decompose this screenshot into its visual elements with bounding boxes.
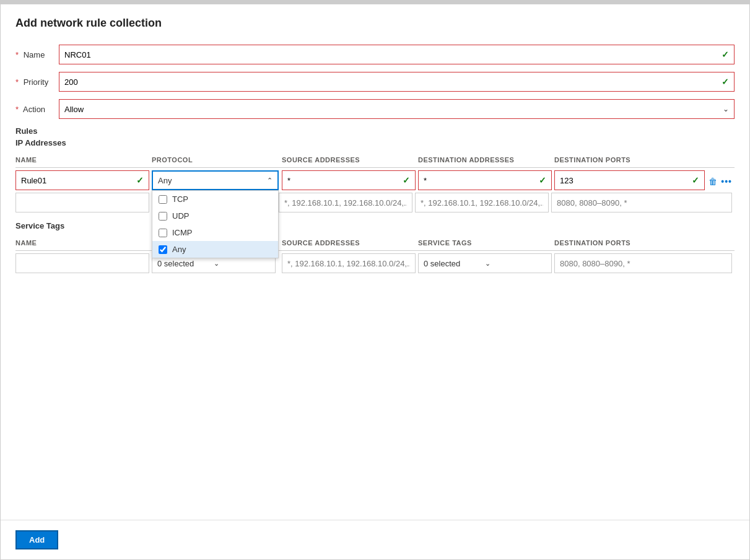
ip-row-dest-addr-cell: ✓ bbox=[418, 170, 554, 190]
ip-row-dest-addr-check-icon: ✓ bbox=[539, 175, 546, 185]
more-options-icon[interactable]: ••• bbox=[721, 177, 732, 186]
action-select-wrapper: Allow Deny ⌄ bbox=[59, 99, 735, 119]
ip-empty-dest-ports-input-wrapper bbox=[551, 193, 732, 212]
ip-row-source-cell: ✓ bbox=[282, 170, 418, 190]
protocol-selected-value: Any bbox=[158, 176, 172, 185]
ip-row-source-input[interactable] bbox=[287, 176, 398, 185]
st-row-dest-ports-input-wrapper bbox=[554, 253, 732, 273]
page-container: Add network rule collection * Name ✓ * P… bbox=[0, 0, 750, 560]
st-col-header-svc-tags: SERVICE TAGS bbox=[418, 239, 554, 247]
priority-input[interactable] bbox=[64, 77, 717, 87]
ip-row-name-cell: ✓ bbox=[15, 170, 152, 190]
name-label: * Name bbox=[15, 50, 59, 59]
st-row-protocol-arrow-icon: ⌄ bbox=[214, 260, 270, 268]
ip-empty-dest-ports-input[interactable] bbox=[557, 198, 726, 208]
st-col-header-name: NAME bbox=[15, 239, 152, 247]
col-header-dest-ports: DESTINATION PORTS bbox=[554, 156, 735, 164]
col-header-name: NAME bbox=[15, 156, 152, 164]
ip-empty-name-cell bbox=[15, 193, 152, 212]
st-row-dest-ports-cell bbox=[554, 253, 735, 273]
ip-addresses-label: IP Addresses bbox=[15, 138, 735, 147]
protocol-checkbox-udp[interactable] bbox=[159, 212, 167, 221]
ip-row-source-input-wrapper: ✓ bbox=[282, 170, 416, 190]
protocol-trigger[interactable]: Any ⌃ bbox=[152, 170, 279, 190]
protocol-arrow-icon: ⌃ bbox=[267, 177, 273, 185]
protocol-menu: TCP UDP ICMP Any bbox=[152, 190, 279, 258]
st-table-header: NAME PROTOCOL SOURCE ADDRESSES SERVICE T… bbox=[15, 235, 735, 251]
priority-field-row: * Priority ✓ bbox=[15, 72, 735, 92]
name-required-star: * bbox=[15, 50, 19, 59]
rules-section-label: Rules bbox=[15, 126, 735, 136]
ip-empty-name-input[interactable] bbox=[21, 198, 144, 208]
ip-empty-source-cell bbox=[279, 193, 415, 212]
ip-row-dest-ports-input-wrapper: ✓ bbox=[554, 170, 705, 190]
protocol-item-icmp[interactable]: ICMP bbox=[152, 224, 278, 241]
st-row-dest-ports-input[interactable] bbox=[560, 259, 726, 268]
ip-row-name-check-icon: ✓ bbox=[136, 175, 144, 185]
protocol-checkbox-icmp[interactable] bbox=[159, 229, 167, 237]
protocol-label-any: Any bbox=[172, 245, 186, 254]
delete-row-icon[interactable]: 🗑 bbox=[709, 177, 717, 186]
ip-table-row: ✓ Any ⌃ TCP bbox=[15, 170, 735, 190]
ip-row-action-icons: 🗑 ••• bbox=[705, 174, 732, 186]
st-row-svc-tags-dropdown[interactable]: 0 selected ⌄ bbox=[418, 253, 552, 273]
col-header-protocol: PROTOCOL bbox=[152, 156, 282, 164]
content-area: Add network rule collection * Name ✓ * P… bbox=[1, 4, 749, 520]
action-label: * Action bbox=[15, 105, 59, 114]
ip-row-name-input-wrapper: ✓ bbox=[15, 170, 149, 190]
ip-empty-dest-addr-input[interactable] bbox=[421, 198, 543, 208]
st-row-svc-tags-value: 0 selected bbox=[424, 259, 485, 268]
ip-table-empty-row bbox=[15, 193, 735, 212]
action-field-row: * Action Allow Deny ⌄ bbox=[15, 99, 735, 119]
protocol-label-icmp: ICMP bbox=[172, 228, 193, 237]
protocol-item-any[interactable]: Any bbox=[152, 241, 278, 258]
st-row-source-cell bbox=[282, 253, 418, 273]
st-row-name-input-wrapper bbox=[15, 253, 149, 273]
ip-empty-source-input-wrapper bbox=[279, 193, 412, 212]
name-field-row: * Name ✓ bbox=[15, 45, 735, 64]
st-row-svc-tags-arrow-icon: ⌄ bbox=[485, 260, 546, 268]
ip-row-name-input[interactable] bbox=[21, 176, 131, 185]
priority-required-star: * bbox=[15, 77, 19, 87]
st-col-header-source: SOURCE ADDRESSES bbox=[282, 239, 418, 247]
service-tags-label: Service Tags bbox=[15, 221, 735, 230]
col-header-dest-addr: DESTINATION ADDRESSES bbox=[418, 156, 554, 164]
ip-row-dest-ports-cell: ✓ 🗑 ••• bbox=[554, 170, 735, 190]
ip-table-header: NAME PROTOCOL SOURCE ADDRESSES DESTINATI… bbox=[15, 152, 735, 168]
priority-check-icon: ✓ bbox=[722, 77, 729, 87]
ip-empty-dest-addr-input-wrapper bbox=[415, 193, 549, 212]
protocol-item-udp[interactable]: UDP bbox=[152, 208, 278, 224]
protocol-label-tcp: TCP bbox=[172, 195, 188, 204]
ip-empty-dest-addr-cell bbox=[415, 193, 551, 212]
protocol-checkbox-any[interactable] bbox=[159, 245, 167, 254]
service-tags-section: Service Tags NAME PROTOCOL SOURCE ADDRES… bbox=[15, 221, 735, 273]
st-row-source-input[interactable] bbox=[287, 259, 410, 268]
protocol-item-tcp[interactable]: TCP bbox=[152, 191, 278, 208]
protocol-dropdown-container: Any ⌃ TCP UDP bbox=[152, 170, 279, 190]
ip-row-dest-ports-check-icon: ✓ bbox=[692, 175, 699, 185]
st-col-header-dest-ports: DESTINATION PORTS bbox=[554, 239, 735, 247]
st-table-row: 0 selected ⌄ 0 selected ⌄ bbox=[15, 253, 735, 273]
col-header-source: SOURCE ADDRESSES bbox=[282, 156, 418, 164]
ip-row-dest-addr-input[interactable] bbox=[424, 176, 534, 185]
footer: Add bbox=[1, 520, 749, 559]
page-title: Add network rule collection bbox=[15, 17, 735, 30]
st-row-source-input-wrapper bbox=[282, 253, 416, 273]
priority-input-wrapper: ✓ bbox=[59, 72, 735, 92]
st-row-name-cell bbox=[15, 253, 152, 273]
protocol-label-udp: UDP bbox=[172, 211, 189, 221]
st-row-name-input[interactable] bbox=[21, 259, 144, 268]
name-check-icon: ✓ bbox=[722, 50, 729, 59]
protocol-checkbox-tcp[interactable] bbox=[159, 195, 167, 204]
priority-label: * Priority bbox=[15, 77, 59, 87]
ip-empty-dest-ports-cell bbox=[551, 193, 735, 212]
st-row-protocol-value: 0 selected bbox=[157, 259, 214, 268]
ip-row-dest-ports-input[interactable] bbox=[560, 176, 687, 185]
ip-row-source-check-icon: ✓ bbox=[403, 175, 410, 185]
ip-row-protocol-cell: Any ⌃ TCP UDP bbox=[152, 170, 282, 190]
ip-empty-source-input[interactable] bbox=[284, 198, 407, 208]
action-required-star: * bbox=[15, 105, 19, 114]
action-select[interactable]: Allow Deny bbox=[64, 105, 729, 114]
add-button[interactable]: Add bbox=[15, 530, 58, 549]
name-input[interactable] bbox=[64, 50, 717, 59]
